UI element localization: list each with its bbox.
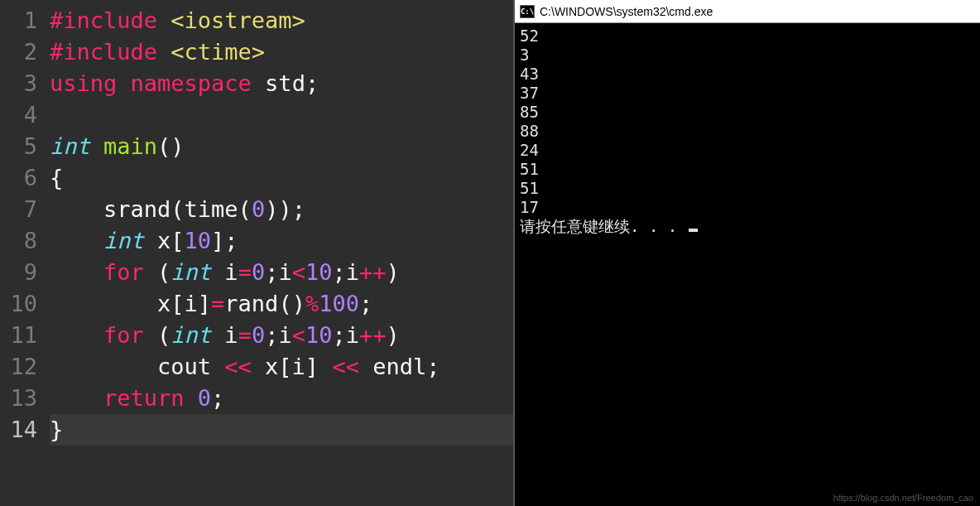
line-number-gutter: 1234567891011121314 xyxy=(0,0,50,506)
code-area[interactable]: #include <iostream>#include <ctime>using… xyxy=(50,0,513,506)
line-number: 10 xyxy=(0,288,37,320)
code-line[interactable]: cout << x[i] << endl; xyxy=(50,351,513,383)
line-number: 2 xyxy=(0,36,37,68)
output-line: 3 xyxy=(520,46,975,65)
line-number: 6 xyxy=(0,162,37,194)
console-titlebar[interactable]: C:\ C:\WINDOWS\system32\cmd.exe xyxy=(515,0,980,23)
output-line: 17 xyxy=(520,198,975,217)
prompt-line: 请按任意键继续. . . xyxy=(520,217,975,236)
line-number: 12 xyxy=(0,351,37,383)
code-line[interactable]: #include <iostream> xyxy=(50,5,513,36)
code-line[interactable]: srand(time(0)); xyxy=(50,194,513,225)
output-line: 88 xyxy=(520,122,975,141)
line-number: 1 xyxy=(0,5,37,36)
cmd-icon: C:\ xyxy=(520,5,535,18)
line-number: 8 xyxy=(0,225,37,257)
console-output: 5234337858824515117请按任意键继续. . . xyxy=(515,23,980,239)
code-line[interactable]: #include <ctime> xyxy=(50,36,513,68)
line-number: 5 xyxy=(0,131,37,162)
code-line[interactable]: return 0; xyxy=(50,383,513,414)
code-editor-pane[interactable]: 1234567891011121314 #include <iostream>#… xyxy=(0,0,513,506)
code-line[interactable]: int main() xyxy=(50,131,513,162)
output-line: 85 xyxy=(520,103,975,122)
line-number: 9 xyxy=(0,257,37,288)
output-line: 51 xyxy=(520,179,975,198)
line-number: 7 xyxy=(0,194,37,225)
line-number: 11 xyxy=(0,320,37,351)
output-line: 37 xyxy=(520,84,975,103)
output-line: 52 xyxy=(520,27,975,46)
output-line: 51 xyxy=(520,160,975,179)
cursor xyxy=(689,229,698,232)
output-line: 43 xyxy=(520,65,975,84)
line-number: 3 xyxy=(0,68,37,99)
line-number: 13 xyxy=(0,383,37,414)
code-line[interactable]: using namespace std; xyxy=(50,68,513,99)
code-line[interactable]: for (int i=0;i<10;i++) xyxy=(50,320,513,351)
console-title: C:\WINDOWS\system32\cmd.exe xyxy=(540,5,713,18)
code-line[interactable]: x[i]=rand()%100; xyxy=(50,288,513,320)
code-line[interactable] xyxy=(50,99,513,131)
code-line[interactable]: int x[10]; xyxy=(50,225,513,257)
code-line[interactable]: } xyxy=(50,414,513,446)
console-window[interactable]: C:\ C:\WINDOWS\system32\cmd.exe 52343378… xyxy=(513,0,980,506)
output-line: 24 xyxy=(520,141,975,160)
watermark: https://blog.csdn.net/Freedom_cao xyxy=(833,493,973,503)
code-line[interactable]: for (int i=0;i<10;i++) xyxy=(50,257,513,288)
line-number: 4 xyxy=(0,99,37,131)
code-line[interactable]: { xyxy=(50,162,513,194)
line-number: 14 xyxy=(0,414,37,446)
